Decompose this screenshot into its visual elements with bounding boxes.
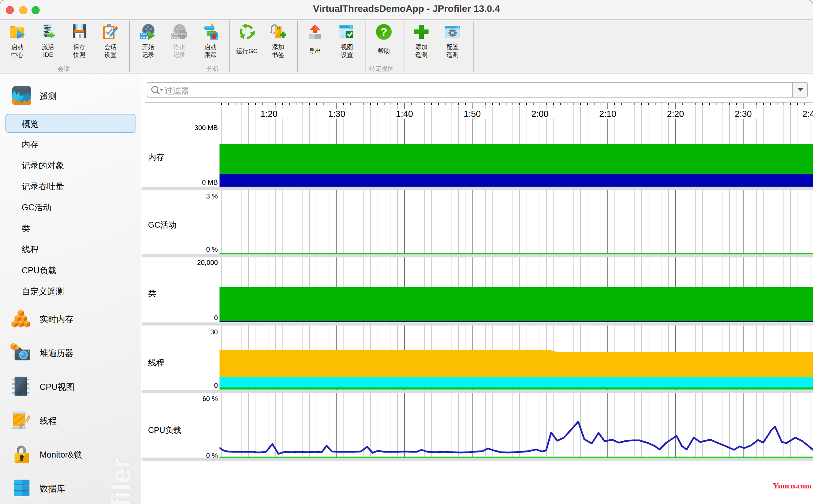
svg-text:STOP: STOP [178, 33, 186, 36]
svg-text:?: ? [380, 25, 388, 38]
